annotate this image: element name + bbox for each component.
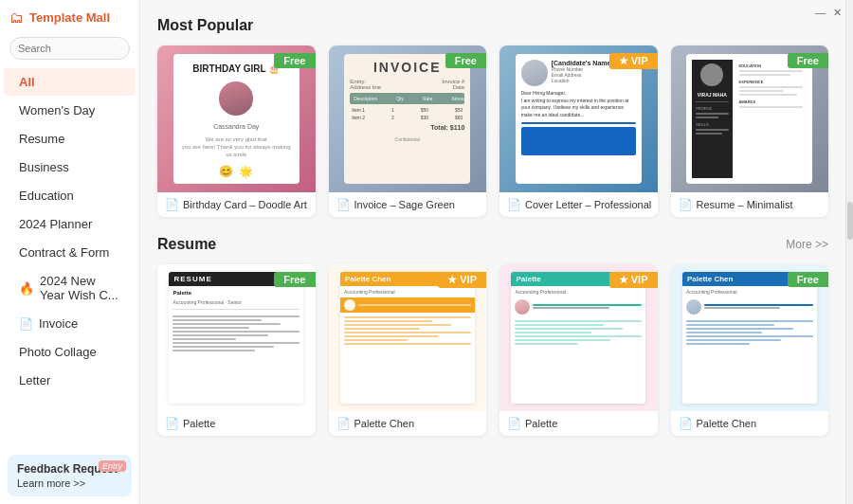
sidebar-item-2024-planner[interactable]: 2024 Planner [4, 210, 136, 238]
sidebar-header: 🗂 Template Mall [0, 0, 139, 31]
cover-badge: ★ VIP [609, 53, 658, 69]
fire-icon: 🔥 [19, 281, 34, 296]
card-palette-free-image: RESUME Palette Accounting Professional ·… [157, 264, 316, 411]
sidebar-item-womens-day[interactable]: Women's Day [4, 97, 136, 124]
invoice-badge: Free [445, 53, 486, 68]
card-birthday-card[interactable]: BIRTHDAY GIRL 🎂 Cassandra Day We are so … [157, 45, 316, 217]
resume-more-link[interactable]: More >> [786, 238, 828, 251]
doc-icon: 📄 [165, 198, 179, 211]
palette-free2-badge: Free [788, 272, 828, 287]
sidebar-item-education[interactable]: Education [4, 182, 136, 209]
resume-minimalist-label: 📄 Resume – Minimalist [671, 192, 829, 217]
birthday-preview: BIRTHDAY GIRL 🎂 Cassandra Day We are so … [173, 54, 299, 183]
sidebar-item-resume[interactable]: Resume [4, 125, 136, 153]
card-birthday-image: BIRTHDAY GIRL 🎂 Cassandra Day We are so … [157, 45, 316, 192]
birthday-label: 📄 Birthday Card – Doodle Art [157, 192, 316, 217]
app-icon: 🗂 [9, 9, 24, 26]
doc-icon4: 📄 [679, 198, 693, 211]
card-palette-free[interactable]: RESUME Palette Accounting Professional ·… [157, 264, 316, 436]
palette-free-badge: Free [274, 272, 315, 287]
cover-label: 📄 Cover Letter – Professional [499, 192, 658, 217]
feedback-badge: Entry [99, 460, 126, 472]
palette-free-preview: RESUME Palette Accounting Professional ·… [169, 272, 303, 405]
palette-vip-badge: ★ VIP [438, 272, 486, 288]
doc-icon8: 📄 [679, 417, 693, 430]
resume-badge: Free [788, 53, 828, 68]
palette-free2-preview: Palette Chen Accounting Professional [682, 272, 817, 405]
invoice-preview: INVOICE Entity:Address line Invoice # Da… [344, 54, 470, 183]
sidebar-item-new-year[interactable]: 🔥 2024 New Year Wish C... [4, 267, 136, 309]
app-title: Template Mall [29, 10, 110, 25]
sidebar-item-all[interactable]: All [4, 68, 136, 96]
resume-preview: VIRAJ MAHA PROFILE SKILLS EDUCATION [686, 54, 812, 183]
sidebar: 🗂 Template Mall 🔍 All Women's Day Resume… [0, 0, 140, 504]
scrollbar-track [845, 0, 853, 504]
card-palette-free2[interactable]: Palette Chen Accounting Professional [671, 264, 829, 436]
search-box[interactable]: 🔍 [9, 37, 130, 60]
card-resume-image: VIRAJ MAHA PROFILE SKILLS EDUCATION [671, 45, 829, 192]
sidebar-item-photo-collage[interactable]: Photo Collage [4, 338, 136, 366]
scrollbar-thumb[interactable] [847, 202, 853, 240]
card-invoice-sage[interactable]: INVOICE Entity:Address line Invoice # Da… [329, 45, 487, 217]
sidebar-item-invoice[interactable]: 📄 Invoice [4, 310, 136, 337]
doc-icon2: 📄 [336, 198, 351, 211]
palette-vip-label: 📄 Palette Chen [329, 411, 487, 436]
feedback-link[interactable]: Learn more >> [17, 477, 85, 489]
card-palette-vip-image: Palette Chen Accounting Professional [329, 264, 487, 411]
card-cover-letter[interactable]: [Candidate's Name] Phone Number Email Ad… [499, 45, 658, 217]
palette-free-label: 📄 Palette [157, 411, 316, 436]
main-content: Most Popular BIRTHDAY GIRL 🎂 Cassandra D… [140, 0, 845, 504]
sidebar-item-letter[interactable]: Letter [4, 367, 136, 394]
doc-icon3: 📄 [507, 198, 521, 211]
window-controls: — ✕ [815, 8, 842, 18]
card-invoice-image: INVOICE Entity:Address line Invoice # Da… [329, 45, 487, 192]
doc-icon7: 📄 [507, 417, 521, 430]
most-popular-header: Most Popular [157, 17, 828, 34]
card-palette-vip2-image: Palette Accounting Professional [499, 264, 658, 411]
doc-icon6: 📄 [336, 417, 351, 430]
resume-section-header: Resume More >> [157, 236, 828, 253]
resume-section: Resume More >> RESUME Palette Accounting… [157, 236, 828, 436]
feedback-box: Feedback Request Entry Learn more >> [8, 455, 132, 496]
card-palette-vip2[interactable]: Palette Accounting Professional [499, 264, 658, 436]
palette-vip2-label: 📄 Palette [499, 411, 658, 436]
resume-section-title: Resume [157, 236, 216, 253]
palette-vip2-preview: Palette Accounting Professional [511, 272, 645, 405]
invoice-label: 📄 Invoice – Sage Green [329, 192, 487, 217]
most-popular-grid: BIRTHDAY GIRL 🎂 Cassandra Day We are so … [157, 45, 828, 217]
palette-vip-preview: Palette Chen Accounting Professional [340, 272, 475, 405]
doc-icon5: 📄 [165, 417, 179, 430]
card-resume-minimalist[interactable]: VIRAJ MAHA PROFILE SKILLS EDUCATION [671, 45, 829, 217]
most-popular-title: Most Popular [157, 17, 253, 34]
resume-grid: RESUME Palette Accounting Professional ·… [157, 264, 828, 436]
palette-vip2-badge: ★ VIP [609, 272, 658, 288]
card-palette-free2-image: Palette Chen Accounting Professional [671, 264, 829, 411]
search-input[interactable] [18, 43, 149, 54]
most-popular-section: Most Popular BIRTHDAY GIRL 🎂 Cassandra D… [157, 17, 828, 217]
palette-free2-label: 📄 Palette Chen [671, 411, 829, 436]
sidebar-item-business[interactable]: Business [4, 153, 136, 181]
card-cover-image: [Candidate's Name] Phone Number Email Ad… [499, 45, 658, 192]
close-button[interactable]: ✕ [833, 8, 842, 18]
card-palette-vip[interactable]: Palette Chen Accounting Professional [329, 264, 487, 436]
birthday-badge: Free [274, 53, 315, 68]
sidebar-item-contract-form[interactable]: Contract & Form [4, 239, 136, 266]
invoice-icon: 📄 [19, 317, 33, 331]
cover-preview: [Candidate's Name] Phone Number Email Ad… [516, 54, 642, 183]
nav-list: All Women's Day Resume Business Educatio… [0, 67, 139, 447]
minimize-button[interactable]: — [815, 8, 826, 18]
